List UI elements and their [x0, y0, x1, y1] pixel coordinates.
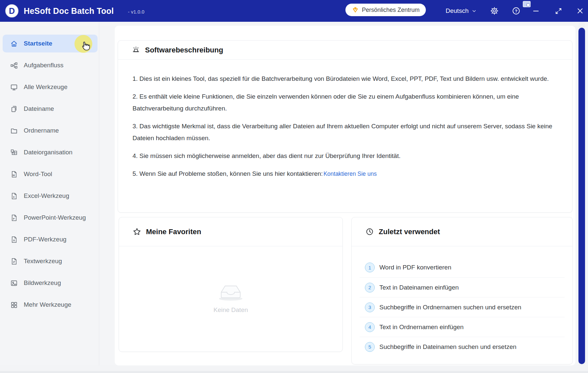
sidebar-item-dateiname[interactable]: Dateiname: [3, 100, 98, 118]
minimize-button[interactable]: [531, 6, 541, 16]
siren-icon: [132, 46, 140, 54]
sidebar-item-ordnername[interactable]: Ordnername: [3, 122, 98, 140]
recent-item-number: 4: [365, 322, 375, 332]
empty-tray-icon: [217, 281, 245, 301]
recent-item[interactable]: 1 Word in PDF konvertieren: [360, 258, 565, 277]
description-paragraph: 1. Dies ist ein kleines Tool, das spezie…: [132, 73, 558, 85]
workflow-icon: [10, 61, 18, 69]
recent-item-number: 2: [365, 283, 375, 293]
software-description-body: 1. Dies ist ein kleines Tool, das spezie…: [118, 60, 572, 180]
sidebar-item-word-tool[interactable]: W Word-Tool: [3, 165, 98, 183]
text-file-icon: [10, 257, 18, 265]
folder-icon: [10, 127, 18, 135]
maximize-button[interactable]: [554, 6, 563, 16]
app-title: HeSoft Doc Batch Tool: [24, 0, 114, 22]
vip-badge-icon: [352, 6, 359, 14]
recent-header: Zuletzt verwendet: [352, 217, 573, 246]
recent-item-number: 1: [365, 263, 375, 272]
software-description-card: Softwarebeschreibung 1. Dies ist ein kle…: [118, 40, 573, 213]
sidebar-item-label: Dateiname: [24, 105, 54, 112]
svg-text:?: ?: [515, 9, 517, 14]
close-icon: [576, 7, 584, 15]
svg-text:W: W: [13, 173, 15, 176]
favorites-title: Meine Favoriten: [146, 228, 201, 236]
software-description-header: Softwarebeschreibung: [118, 41, 572, 60]
sidebar-item-mehr-werkzeuge[interactable]: Mehr Werkzeuge: [3, 296, 98, 314]
monitor-icon: [10, 83, 18, 91]
app-window: D HeSoft Doc Batch Tool - v1.0.0 Persönl…: [0, 0, 588, 373]
star-icon: [133, 228, 141, 236]
sidebar-item-label: Startseite: [24, 40, 52, 47]
svg-text:P: P: [13, 217, 15, 220]
floating-window-icon: [523, 1, 531, 7]
sidebar-item-textwerkzeug[interactable]: Textwerkzeug: [3, 252, 98, 270]
empty-state-text: Keine Daten: [119, 306, 342, 314]
recent-item[interactable]: 5 Suchbegriffe in Dateinamen suchen und …: [360, 337, 565, 357]
sidebar-item-aufgabenfluss[interactable]: Aufgabenfluss: [3, 56, 98, 74]
sidebar-item-label: Mehr Werkzeuge: [24, 301, 71, 308]
image-file-icon: [10, 279, 18, 287]
recent-item-label: Word in PDF konvertieren: [379, 264, 451, 271]
vertical-scrollbar[interactable]: [578, 22, 585, 373]
description-paragraph: 5. Wenn Sie auf Probleme stoßen, können …: [132, 168, 558, 180]
recent-list: 1 Word in PDF konvertieren 2 Text in Dat…: [360, 258, 565, 357]
ppt-file-icon: P: [10, 214, 18, 222]
language-label: Deutsch: [446, 7, 469, 15]
favorites-header: Meine Favoriten: [119, 217, 342, 246]
sidebar-item-label: PowerPoint-Werkzeug: [24, 214, 86, 221]
settings-button[interactable]: [490, 6, 499, 16]
home-icon: [10, 40, 18, 47]
recent-item-number: 3: [365, 302, 375, 312]
recent-item[interactable]: 4 Text in Ordnernamen einfügen: [360, 317, 565, 337]
sidebar-item-excel-werkzeug[interactable]: X Excel-Werkzeug: [3, 187, 98, 205]
recent-item-label: Suchbegriffe in Ordnernamen suchen und e…: [379, 304, 521, 311]
sidebar: Startseite Aufgabenfluss Alle Werkzeuge: [0, 22, 99, 365]
clock-icon: [366, 228, 374, 236]
description-paragraph: 2. Es enthält viele kleine Funktionen, d…: [132, 91, 558, 114]
app-logo-icon: D: [5, 4, 18, 17]
description-paragraph: 4. Sie müssen sich möglicherweise anmeld…: [132, 150, 558, 162]
svg-text:X: X: [13, 195, 15, 198]
scrollbar-thumb[interactable]: [578, 28, 585, 364]
window-bottom-edge: [0, 365, 588, 373]
recent-title: Zuletzt verwendet: [379, 228, 440, 236]
language-selector[interactable]: Deutsch: [446, 0, 477, 22]
more-tools-icon: [10, 301, 18, 309]
pdf-file-icon: [10, 235, 18, 243]
recent-item-label: Text in Ordnernamen einfügen: [379, 324, 464, 331]
software-description-title: Softwarebeschreibung: [145, 46, 223, 54]
help-button[interactable]: ?: [512, 6, 521, 16]
recent-item[interactable]: 3 Suchbegriffe in Ordnernamen suchen und…: [360, 297, 565, 317]
sidebar-item-label: Ordnername: [24, 127, 59, 134]
chevron-down-icon: [472, 9, 477, 14]
sidebar-item-label: Alle Werkzeuge: [24, 83, 68, 91]
sidebar-item-label: PDF-Werkzeug: [24, 236, 67, 243]
sidebar-item-dateiorganisation[interactable]: Dateiorganisation: [3, 143, 98, 161]
recent-item-number: 5: [365, 342, 375, 352]
personal-center-label: Persönliches Zentrum: [362, 7, 420, 14]
hand-pointer-icon: [80, 40, 91, 51]
sidebar-item-label: Word-Tool: [24, 171, 52, 178]
personal-center-button[interactable]: Persönliches Zentrum: [345, 4, 426, 16]
excel-file-icon: X: [10, 192, 18, 200]
description-paragraph: 3. Das wichtigste Merkmal ist, dass die …: [132, 120, 558, 144]
sidebar-item-powerpoint-werkzeug[interactable]: P PowerPoint-Werkzeug: [3, 209, 98, 227]
sidebar-item-bildwerkzeug[interactable]: Bildwerkzeug: [3, 274, 98, 292]
layout-grid-icon: [10, 148, 18, 156]
sidebar-item-label: Bildwerkzeug: [24, 279, 61, 287]
close-button[interactable]: [575, 6, 585, 16]
recent-item[interactable]: 2 Text in Dateinamen einfügen: [360, 277, 565, 297]
sidebar-item-alle-werkzeuge[interactable]: Alle Werkzeuge: [3, 78, 98, 96]
sidebar-divider: [99, 22, 99, 365]
minimize-icon: [532, 7, 540, 15]
app-version: - v1.0.0: [128, 0, 144, 23]
recent-item-label: Suchbegriffe in Dateinamen suchen und er…: [379, 343, 516, 351]
title-bar: D HeSoft Doc Batch Tool - v1.0.0 Persönl…: [0, 0, 588, 22]
sidebar-item-pdf-werkzeug[interactable]: PDF-Werkzeug: [3, 231, 98, 248]
cursor-highlight: [74, 35, 92, 53]
contact-us-link[interactable]: Kontaktieren Sie uns: [323, 171, 377, 177]
help-icon: ?: [512, 7, 520, 15]
word-file-icon: W: [10, 170, 18, 178]
sidebar-item-label: Aufgabenfluss: [24, 62, 63, 69]
main-content-panel: Softwarebeschreibung 1. Dies ist ein kle…: [115, 26, 575, 365]
